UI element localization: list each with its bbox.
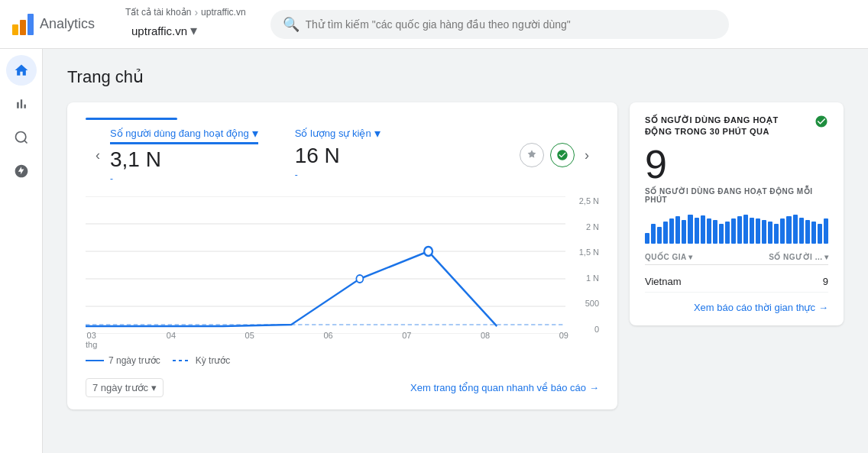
mini-bar bbox=[737, 216, 742, 244]
mini-bar bbox=[756, 218, 760, 243]
y-label-5: 2,5 N bbox=[579, 196, 599, 205]
main-content: Trang chủ ‹ Số người dùng đang hoạt động… bbox=[43, 49, 868, 453]
metric2-sub: - bbox=[295, 170, 381, 180]
chart-card: ‹ Số người dùng đang hoạt động ▾ 3,1 N -… bbox=[67, 102, 617, 409]
date-selector-chevron-icon: ▾ bbox=[151, 382, 157, 393]
mini-bar bbox=[682, 220, 686, 244]
page-title: Trang chủ bbox=[67, 67, 844, 87]
metric1-value: 3,1 N bbox=[110, 147, 258, 172]
mini-bar bbox=[818, 224, 822, 244]
chart-area: 2,5 N 2 N 1,5 N 1 N 500 0 03 thg 04 bbox=[86, 196, 599, 349]
search-bar: 🔍 bbox=[270, 10, 729, 39]
metric2-chevron-icon: ▾ bbox=[374, 126, 381, 141]
property-name: uptraffic.vn bbox=[131, 24, 187, 37]
y-label-0: 0 bbox=[594, 325, 599, 334]
mini-bar bbox=[768, 222, 772, 244]
card-footer: 7 ngày trước ▾ Xem trang tổng quan nhanh… bbox=[86, 378, 599, 397]
realtime-card: SỐ NGƯỜI DÙNG ĐANG HOẠT ĐỘNG TRONG 30 PH… bbox=[630, 102, 844, 325]
metric2-value: 16 N bbox=[295, 144, 381, 168]
realtime-report-arrow-icon: → bbox=[818, 302, 828, 313]
row-country: Vietnam bbox=[645, 276, 681, 287]
realtime-table-rows: Vietnam9 bbox=[645, 271, 828, 293]
col-users-label: SỐ NGƯỜI ... bbox=[769, 253, 822, 261]
mini-bar bbox=[743, 215, 748, 244]
sidebar-item-home[interactable] bbox=[6, 55, 37, 86]
breadcrumb: Tất cả tài khoản › uptraffic.vn bbox=[125, 6, 246, 18]
chart-card-nav: ‹ Số người dùng đang hoạt động ▾ 3,1 N -… bbox=[86, 126, 599, 184]
metric1-chevron-icon: ▾ bbox=[252, 126, 258, 141]
date-selector[interactable]: 7 ngày trước ▾ bbox=[86, 378, 164, 397]
topbar: Analytics Tất cả tài khoản › uptraffic.v… bbox=[0, 0, 868, 49]
y-label-4: 2 N bbox=[586, 222, 599, 231]
prev-metric-button[interactable]: ‹ bbox=[86, 143, 110, 167]
x-label-05: 05 bbox=[245, 331, 254, 349]
sidebar-item-configure[interactable] bbox=[6, 156, 37, 186]
mini-bar bbox=[824, 218, 828, 244]
property-chevron-icon: ▾ bbox=[190, 22, 197, 39]
breadcrumb-sep: › bbox=[194, 6, 198, 18]
legend-previous: Kỳ trước bbox=[173, 355, 231, 366]
next-metric-button[interactable]: › bbox=[575, 143, 599, 167]
sidebar bbox=[0, 49, 43, 453]
medal-icon-button[interactable] bbox=[520, 143, 544, 167]
legend-current-label: 7 ngày trước bbox=[108, 355, 160, 366]
mini-bar bbox=[713, 220, 717, 244]
x-label-04: 04 bbox=[167, 331, 176, 349]
mini-bar bbox=[725, 222, 730, 244]
mini-bar bbox=[688, 215, 692, 244]
col-header-country[interactable]: QUỐC GIA ▾ bbox=[645, 253, 692, 261]
mini-bar bbox=[719, 224, 724, 244]
realtime-report-link[interactable]: Xem báo cáo thời gian thực → bbox=[645, 302, 828, 313]
view-report-link[interactable]: Xem trang tổng quan nhanh về báo cáo → bbox=[410, 382, 599, 393]
analytics-logo-icon bbox=[12, 14, 34, 35]
mini-bar bbox=[786, 216, 791, 244]
sidebar-item-explore[interactable] bbox=[6, 122, 37, 153]
sidebar-item-reports[interactable] bbox=[6, 89, 37, 119]
breadcrumb-property: uptraffic.vn bbox=[201, 7, 245, 18]
explore-icon bbox=[14, 130, 29, 145]
app-name: Analytics bbox=[40, 16, 95, 32]
mini-bar bbox=[663, 222, 668, 244]
svg-rect-2 bbox=[28, 14, 34, 35]
mini-bar bbox=[645, 233, 649, 244]
view-report-arrow-icon: → bbox=[589, 382, 599, 393]
cards-row: ‹ Số người dùng đang hoạt động ▾ 3,1 N -… bbox=[67, 102, 844, 409]
chart-y-labels: 2,5 N 2 N 1,5 N 1 N 500 0 bbox=[568, 196, 599, 334]
search-icon: 🔍 bbox=[283, 16, 300, 33]
chart-legend: 7 ngày trước Kỳ trước bbox=[86, 355, 599, 366]
chart-svg-container bbox=[86, 196, 565, 334]
mini-bar bbox=[707, 218, 711, 243]
metric1-label[interactable]: Số người dùng đang hoạt động ▾ bbox=[110, 126, 258, 144]
mini-bar bbox=[750, 218, 754, 244]
property-selector[interactable]: uptraffic.vn ▾ bbox=[125, 19, 252, 42]
mini-bar bbox=[669, 218, 674, 244]
mini-bar bbox=[793, 215, 798, 244]
mini-bar bbox=[762, 220, 766, 244]
mini-bar bbox=[799, 218, 804, 244]
x-label-06: 06 bbox=[323, 331, 332, 349]
y-label-2: 1 N bbox=[586, 273, 599, 283]
legend-line-solid bbox=[86, 360, 104, 361]
y-label-3: 1,5 N bbox=[579, 248, 599, 257]
x-label-08: 08 bbox=[481, 331, 490, 349]
mini-bar bbox=[701, 215, 705, 244]
mini-bar bbox=[695, 218, 699, 244]
legend-prev-label: Kỳ trước bbox=[196, 355, 231, 366]
realtime-subtitle: SỐ NGƯỜI DÙNG ĐANG HOẠT ĐỘNG MỖI PHÚT bbox=[645, 187, 828, 204]
medal-icon bbox=[526, 149, 538, 161]
realtime-big-number: 9 bbox=[645, 144, 828, 184]
col-header-users[interactable]: SỐ NGƯỜI ... ▾ bbox=[769, 253, 828, 261]
metric2-label[interactable]: Số lượng sự kiện ▾ bbox=[295, 126, 381, 141]
realtime-table-header: QUỐC GIA ▾ SỐ NGƯỜI ... ▾ bbox=[645, 253, 828, 265]
col-country-label: QUỐC GIA bbox=[645, 253, 687, 261]
search-input[interactable] bbox=[306, 18, 717, 31]
svg-point-3 bbox=[15, 132, 25, 142]
breadcrumb-all-accounts[interactable]: Tất cả tài khoản bbox=[125, 7, 191, 18]
check-icon-button[interactable] bbox=[550, 143, 575, 167]
mini-bar bbox=[675, 216, 680, 244]
metric-active-users: Số người dùng đang hoạt động ▾ 3,1 N - bbox=[110, 126, 258, 184]
realtime-check-icon bbox=[815, 115, 828, 132]
col-country-chevron-icon: ▾ bbox=[688, 253, 693, 261]
check-icon bbox=[556, 149, 568, 161]
mini-bar-chart bbox=[645, 213, 828, 244]
